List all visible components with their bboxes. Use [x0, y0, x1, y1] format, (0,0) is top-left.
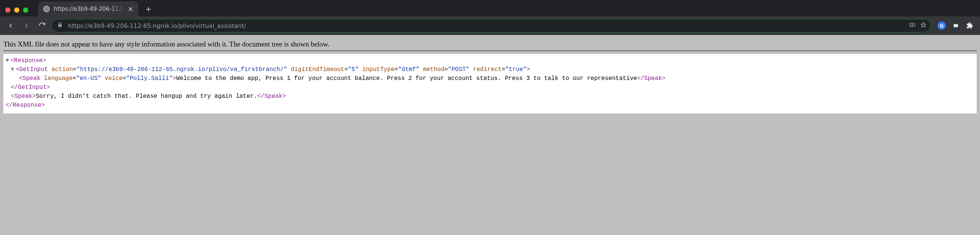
extension-button[interactable]	[950, 20, 961, 31]
xml-tree: ▼<Response> ▼<GetInput action="https://e…	[3, 54, 977, 113]
xml-tag-close: </Speak>	[258, 93, 286, 100]
xml-text-content: Welcome to the demo app, Press 1 for you…	[177, 75, 637, 82]
xml-tag-open: <Speak	[19, 75, 44, 82]
xml-tag-open: <Speak>	[11, 93, 36, 100]
xml-attr-value: "en-US"	[76, 75, 101, 82]
tab-strip: https://e3b9-49-206-112-65.n ✕ +	[0, 0, 980, 16]
xml-attr-name: action	[51, 66, 73, 73]
xml-attr-value: "https://e3b9-49-206-112-65.ngrok.io/pli…	[76, 66, 287, 73]
xml-attr-value: "Polly.Salli"	[126, 75, 173, 82]
forward-button[interactable]	[20, 19, 33, 32]
back-button[interactable]	[5, 19, 17, 32]
xml-tag-close: </Response>	[6, 102, 45, 109]
xml-style-notice: This XML file does not appear to have an…	[3, 39, 977, 51]
browser-chrome: https://e3b9-49-206-112-65.n ✕ + https:/…	[0, 0, 980, 35]
xml-node[interactable]: <Speak language="en-US" voice="Polly.Sal…	[4, 74, 974, 83]
xml-attr-name: method	[423, 66, 445, 73]
profile-avatar: G	[938, 22, 946, 30]
new-tab-button[interactable]: +	[142, 3, 155, 15]
tree-toggle-icon[interactable]: ▼	[11, 67, 16, 72]
svg-point-2	[912, 25, 913, 25]
xml-node[interactable]: <Speak>Sorry, I didn't catch that. Pleas…	[4, 92, 974, 101]
window-controls	[5, 8, 28, 13]
xml-tag-open: <GetInput	[16, 66, 51, 73]
svg-rect-3	[954, 24, 958, 27]
xml-node[interactable]: </GetInput>	[4, 83, 974, 92]
page-content: This XML file does not appear to have an…	[0, 35, 980, 113]
globe-icon	[43, 6, 50, 12]
xml-tag-open: <Response>	[10, 57, 46, 64]
lock-icon	[57, 22, 63, 29]
xml-attr-value: "true"	[505, 66, 527, 73]
xml-attr-value: "POST"	[448, 66, 469, 73]
xml-tag-close: </Speak>	[637, 75, 666, 82]
window-minimize-button[interactable]	[14, 8, 19, 13]
extensions-puzzle-icon[interactable]	[964, 20, 975, 31]
browser-toolbar: https://e3b9-49-206-112-65.ngrok.io/pliv…	[0, 16, 980, 35]
address-bar-url: https://e3b9-49-206-112-65.ngrok.io/pliv…	[68, 22, 246, 29]
xml-attr-name: inputType	[363, 66, 395, 73]
xml-attr-name: language	[44, 75, 73, 82]
address-bar[interactable]: https://e3b9-49-206-112-65.ngrok.io/pliv…	[51, 19, 931, 32]
omnibox-actions	[909, 22, 927, 30]
xml-attr-value: "5"	[348, 66, 359, 73]
xml-node[interactable]: </Response>	[4, 101, 974, 110]
xml-attr-name: redirect	[473, 66, 501, 73]
install-app-icon[interactable]	[909, 22, 916, 30]
window-close-button[interactable]	[5, 8, 10, 13]
xml-tag-close: </GetInput>	[11, 84, 50, 91]
tree-toggle-icon[interactable]: ▼	[6, 58, 10, 63]
xml-attr-name: voice	[105, 75, 123, 82]
tab-close-button[interactable]: ✕	[127, 6, 134, 12]
reload-button[interactable]	[36, 19, 48, 32]
xml-tag-open-end: >	[527, 66, 530, 73]
xml-text-content: Sorry, I didn't catch that. Please hangu…	[36, 93, 257, 100]
bookmark-star-icon[interactable]	[920, 22, 927, 30]
xml-node[interactable]: ▼<GetInput action="https://e3b9-49-206-1…	[4, 65, 974, 74]
xml-attr-value: "dtmf"	[398, 66, 420, 73]
toolbar-right: G	[936, 20, 975, 31]
xml-attr-name: digitEndTimeout	[291, 66, 345, 73]
xml-node[interactable]: ▼<Response>	[4, 56, 974, 65]
profile-button[interactable]: G	[936, 20, 947, 31]
tab-title: https://e3b9-49-206-112-65.n	[54, 6, 125, 12]
window-maximize-button[interactable]	[23, 8, 28, 13]
browser-tab[interactable]: https://e3b9-49-206-112-65.n ✕	[38, 2, 138, 16]
divider	[3, 51, 977, 51]
xml-tag-open-end: >	[173, 75, 177, 82]
